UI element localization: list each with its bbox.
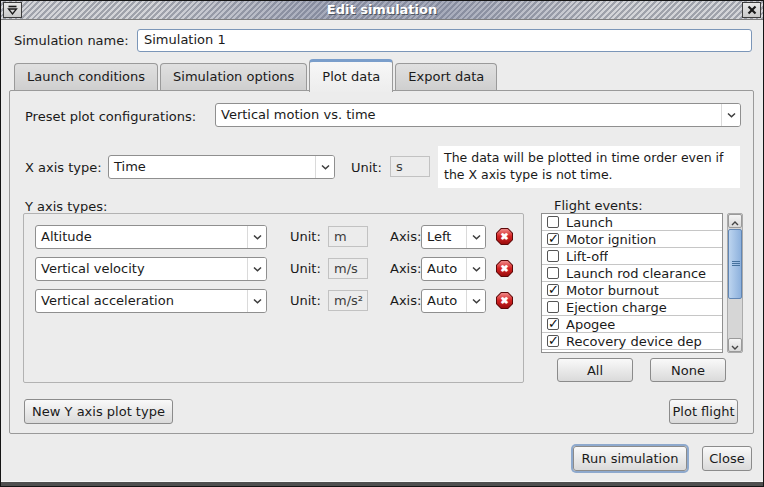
axis-side-select[interactable]: Left <box>421 225 486 249</box>
flight-event-name: Ejection charge <box>566 300 667 315</box>
y-axis-types-group: Altitude Unit: m Axis: Left ✖ Vertical v… <box>23 213 524 383</box>
y-axis-row: Vertical velocity Unit: m/s Axis: Auto ✖ <box>24 257 523 281</box>
flight-event-row[interactable]: Launch rod clearance <box>542 265 722 282</box>
run-simulation-button[interactable]: Run simulation <box>573 446 687 471</box>
y-axis-type-value: Vertical acceleration <box>36 290 247 312</box>
chevron-up-icon <box>731 214 739 229</box>
flight-event-name: Lift-off <box>566 249 608 264</box>
chevron-down-icon <box>466 226 485 248</box>
close-button[interactable]: Close <box>702 446 752 471</box>
flight-event-row[interactable]: Launch <box>542 214 722 231</box>
y-axis-types-label: Y axis types: <box>25 199 107 214</box>
axis-side-select[interactable]: Auto <box>421 257 486 281</box>
select-all-events-button[interactable]: All <box>557 358 633 382</box>
preset-config-select[interactable]: Vertical motion vs. time <box>215 103 741 127</box>
simulation-name-label: Simulation name: <box>14 33 129 48</box>
y-axis-type-select[interactable]: Vertical velocity <box>35 257 267 281</box>
chevron-down-icon <box>247 290 266 312</box>
flight-event-name: Launch <box>566 215 613 230</box>
axis-side-value: Left <box>422 226 466 248</box>
axis-side-value: Auto <box>422 258 466 280</box>
delete-y-axis-button[interactable]: ✖ <box>496 228 513 245</box>
unit-value: m/s <box>328 258 368 279</box>
flight-event-row[interactable]: Ejection charge <box>542 299 722 316</box>
unit-label: Unit: <box>290 293 321 308</box>
axis-side-value: Auto <box>422 290 466 312</box>
chevron-down-icon <box>466 290 485 312</box>
y-axis-row: Vertical acceleration Unit: m/s² Axis: A… <box>24 289 523 313</box>
y-axis-row: Altitude Unit: m Axis: Left ✖ <box>24 225 523 249</box>
flight-event-name: Apogee <box>566 317 615 332</box>
checkbox[interactable] <box>547 233 559 245</box>
checkbox[interactable] <box>547 267 559 279</box>
tab-launch-conditions[interactable]: Launch conditions <box>14 63 158 91</box>
y-axis-type-value: Vertical velocity <box>36 258 247 280</box>
x-axis-type-label: X axis type: <box>25 160 102 175</box>
chevron-down-icon <box>466 258 485 280</box>
x-axis-type-value: Time <box>109 156 315 178</box>
flight-event-name: Motor burnout <box>566 283 659 298</box>
close-window-button[interactable] <box>742 2 761 18</box>
scrollbar-thumb[interactable] <box>728 229 742 299</box>
tab-simulation-options[interactable]: Simulation options <box>160 63 307 91</box>
checkbox[interactable] <box>547 318 559 330</box>
flight-events-list[interactable]: Launch Motor ignition Lift-off Launch ro… <box>541 213 723 353</box>
chevron-down-icon <box>247 226 266 248</box>
plot-flight-button[interactable]: Plot flight <box>669 399 738 424</box>
x-axis-unit-label: Unit: <box>351 160 382 175</box>
flight-events-label: Flight events: <box>554 198 643 213</box>
checkbox[interactable] <box>547 216 559 228</box>
flight-event-row[interactable]: Recovery device dep <box>542 333 722 350</box>
chevron-down-icon <box>721 104 740 126</box>
axis-label: Axis: <box>390 293 421 308</box>
unit-value: m <box>328 226 368 247</box>
axis-label: Axis: <box>390 229 421 244</box>
titlebar[interactable]: Edit simulation <box>1 1 763 20</box>
select-none-events-button[interactable]: None <box>650 358 726 382</box>
window-bottom-frame <box>1 481 763 486</box>
flight-event-name: Recovery device dep <box>566 334 702 349</box>
scrollbar-grip <box>732 261 740 266</box>
close-icon <box>747 3 757 18</box>
axis-side-select[interactable]: Auto <box>421 289 486 313</box>
window-title: Edit simulation <box>1 2 763 17</box>
checkbox[interactable] <box>547 250 559 262</box>
x-axis-unit-value: s <box>390 156 430 177</box>
y-axis-type-value: Altitude <box>36 226 247 248</box>
checkbox[interactable] <box>547 301 559 313</box>
flight-events-scrollbar[interactable] <box>727 213 743 353</box>
axis-label: Axis: <box>390 261 421 276</box>
tab-plot-data[interactable]: Plot data <box>309 59 393 92</box>
time-order-note: The data will be plotted in time order e… <box>438 146 740 188</box>
y-axis-type-select[interactable]: Vertical acceleration <box>35 289 267 313</box>
new-y-axis-plot-type-button[interactable]: New Y axis plot type <box>24 399 173 424</box>
flight-event-row[interactable]: Motor ignition <box>542 231 722 248</box>
unit-value: m/s² <box>328 290 368 311</box>
flight-event-row[interactable]: Motor burnout <box>542 282 722 299</box>
tab-bar: Launch conditions Simulation options Plo… <box>14 58 499 91</box>
edit-simulation-dialog: Edit simulation Simulation name: Simulat… <box>0 0 764 487</box>
x-axis-type-select[interactable]: Time <box>108 155 335 179</box>
delete-y-axis-button[interactable]: ✖ <box>496 292 513 309</box>
flight-event-name: Launch rod clearance <box>566 266 706 281</box>
preset-config-label: Preset plot configurations: <box>25 109 196 124</box>
chevron-down-icon <box>731 338 739 353</box>
delete-y-axis-button[interactable]: ✖ <box>496 260 513 277</box>
y-axis-type-select[interactable]: Altitude <box>35 225 267 249</box>
flight-event-row[interactable]: Apogee <box>542 316 722 333</box>
chevron-down-icon <box>247 258 266 280</box>
scroll-down-button[interactable] <box>728 338 742 352</box>
checkbox[interactable] <box>547 284 559 296</box>
checkbox[interactable] <box>547 335 559 347</box>
simulation-name-input[interactable]: Simulation 1 <box>137 29 752 52</box>
flight-event-row[interactable]: Lift-off <box>542 248 722 265</box>
tab-export-data[interactable]: Export data <box>395 63 497 91</box>
unit-label: Unit: <box>290 229 321 244</box>
chevron-down-icon <box>315 156 334 178</box>
flight-event-name: Motor ignition <box>566 232 656 247</box>
unit-label: Unit: <box>290 261 321 276</box>
scroll-up-button[interactable] <box>728 214 742 228</box>
preset-config-value: Vertical motion vs. time <box>216 104 721 126</box>
